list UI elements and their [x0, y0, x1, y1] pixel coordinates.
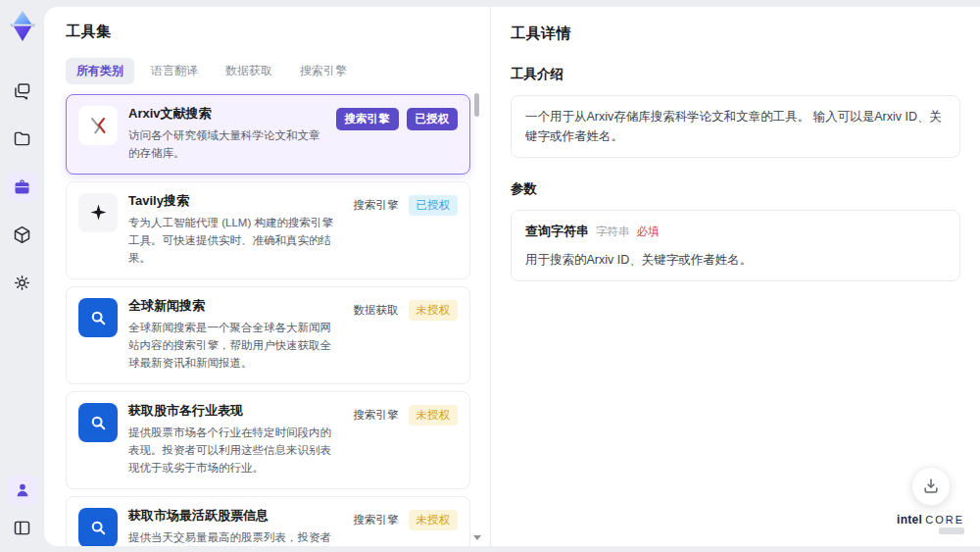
category-badge: 搜索引擎 — [352, 510, 401, 530]
auth-status-badge: 未授权 — [409, 510, 459, 530]
toolset-title: 工具集 — [66, 23, 490, 41]
tool-card-arxiv[interactable]: Arxiv文献搜索访问各个研究领域大量科学论文和文章的存储库。搜索引擎已授权 — [66, 94, 470, 175]
folder-icon — [12, 128, 32, 149]
tool-name: 获取股市各行业表现 — [128, 403, 341, 420]
category-tabs: 所有类别语言翻译数据获取搜索引擎 — [66, 58, 490, 84]
tool-description: 专为人工智能代理 (LLM) 构建的搜索引擎工具。可快速提供实时、准确和真实的结… — [128, 214, 341, 268]
toolset-pane: 工具集 所有类别语言翻译数据获取搜索引擎 Arxiv文献搜索访问各个研究领域大量… — [44, 7, 490, 546]
scrollbar-arrow-down-icon[interactable] — [473, 535, 481, 540]
search-icon — [78, 508, 118, 546]
auth-status-badge: 未授权 — [409, 300, 459, 321]
tool-card-sector-performance[interactable]: 获取股市各行业表现提供股票市场各个行业在特定时间段内的表现。投资者可以利用这些信… — [66, 391, 470, 489]
left-rail — [0, 0, 44, 552]
tool-card-most-active-stocks[interactable]: 获取市场最活跃股票信息提供当天交易量最高的股票列表，投资者可以利用这些信息来识别… — [66, 496, 470, 546]
tab-all[interactable]: 所有类别 — [66, 58, 134, 84]
tab-data[interactable]: 数据获取 — [215, 58, 283, 84]
cube-icon — [12, 225, 32, 245]
tool-description: 提供当天交易量最高的股票列表，投资者可以利用这些信息来识别流动性强的股票和潜在的… — [128, 528, 341, 546]
chat-icon — [12, 80, 32, 101]
param-name: 查询字符串 — [525, 222, 589, 242]
list-scrollbar[interactable] — [473, 87, 480, 542]
sidebar-item-panel[interactable] — [8, 513, 37, 542]
tool-name: Tavily搜索 — [128, 193, 341, 210]
tool-list: Arxiv文献搜索访问各个研究领域大量科学论文和文章的存储库。搜索引擎已授权Ta… — [66, 94, 470, 546]
tool-card-tavily[interactable]: Tavily搜索专为人工智能代理 (LLM) 构建的搜索引擎工具。可快速提供实时… — [66, 181, 470, 279]
corner-tools: intelcore — [897, 467, 964, 534]
sidebar-item-folder[interactable] — [8, 124, 37, 153]
sidebar-item-user[interactable] — [8, 476, 37, 505]
tool-name: Arxiv文献搜索 — [128, 106, 325, 123]
intel-brand-text: intel — [897, 513, 922, 527]
detail-title: 工具详情 — [511, 25, 960, 43]
scrollbar-thumb[interactable] — [474, 93, 479, 117]
tool-description: 访问各个研究领域大量科学论文和文章的存储库。 — [128, 126, 325, 163]
user-icon — [13, 480, 32, 500]
intro-box: 一个用于从Arxiv存储库搜索科学论文和文章的工具。 输入可以是Arxiv ID… — [511, 95, 960, 158]
tool-name: 获取市场最活跃股票信息 — [128, 508, 341, 525]
search-icon — [78, 403, 118, 442]
download-icon — [921, 477, 941, 496]
intro-heading: 工具介绍 — [511, 66, 960, 83]
app-logo — [7, 9, 38, 44]
param-required-flag: 必填 — [637, 223, 660, 240]
sparkle-icon — [78, 193, 118, 232]
auth-status-badge: 已授权 — [407, 108, 459, 130]
sidebar-item-models[interactable] — [8, 220, 37, 249]
rail-nav — [8, 75, 37, 297]
tool-card-global-news[interactable]: 全球新闻搜索全球新闻搜索是一个聚合全球各大新闻网站内容的搜索引擎，帮助用户快速获… — [66, 286, 470, 384]
tab-search[interactable]: 搜索引擎 — [289, 58, 358, 84]
param-type: 字符串 — [596, 223, 630, 240]
tool-description: 全球新闻搜索是一个聚合全球各大新闻网站内容的搜索引擎，帮助用户快速获取全球最新资… — [128, 319, 341, 373]
app-root: 工具集 所有类别语言翻译数据获取搜索引擎 Arxiv文献搜索访问各个研究领域大量… — [0, 0, 980, 552]
intel-core-logo: intelcore — [897, 514, 964, 534]
main-surface: 工具集 所有类别语言翻译数据获取搜索引擎 Arxiv文献搜索访问各个研究领域大量… — [44, 7, 980, 546]
tool-detail-pane: 工具详情 工具介绍 一个用于从Arxiv存储库搜索科学论文和文章的工具。 输入可… — [490, 7, 980, 546]
category-badge: 数据获取 — [352, 300, 401, 321]
search-icon — [78, 298, 118, 337]
panel-toggle-icon — [12, 518, 32, 538]
gear-icon — [12, 273, 32, 293]
auth-status-badge: 已授权 — [409, 195, 459, 216]
param-box: 查询字符串 字符串 必填 用于搜索的Arxiv ID、关键字或作者姓名。 — [511, 210, 960, 281]
briefcase-icon — [12, 176, 32, 197]
tool-name: 全球新闻搜索 — [128, 298, 341, 315]
category-badge: 搜索引擎 — [336, 108, 399, 130]
core-brand-text: core — [925, 514, 964, 526]
sidebar-item-settings[interactable] — [8, 268, 37, 297]
category-badge: 搜索引擎 — [352, 405, 401, 426]
tab-translate[interactable]: 语言翻译 — [140, 58, 209, 84]
download-button[interactable] — [911, 467, 951, 506]
arxiv-icon — [78, 106, 118, 145]
params-heading: 参数 — [511, 180, 960, 198]
tool-description: 提供股票市场各个行业在特定时间段内的表现。投资者可以利用这些信息来识别表现优于或… — [128, 424, 341, 477]
param-description: 用于搜索的Arxiv ID、关键字或作者姓名。 — [525, 250, 946, 270]
sidebar-item-chat[interactable] — [8, 75, 37, 105]
auth-status-badge: 未授权 — [409, 405, 459, 426]
intel-sub-badge — [939, 527, 964, 534]
sidebar-item-tools[interactable] — [8, 172, 37, 201]
category-badge: 搜索引擎 — [352, 195, 401, 216]
rail-bottom — [8, 476, 37, 542]
